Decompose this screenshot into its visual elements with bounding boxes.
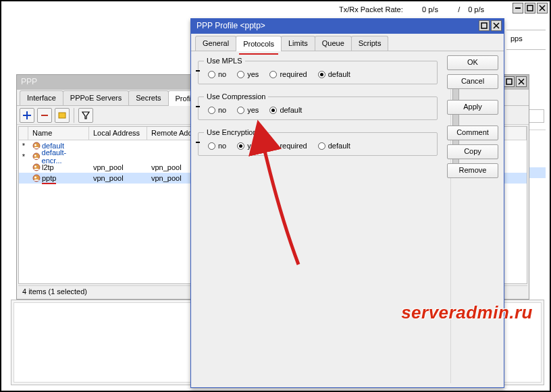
group-legend: Use Encryption: [204, 128, 260, 136]
radio-yes[interactable]: yes: [237, 106, 259, 114]
dialog-tab-queue[interactable]: Queue: [315, 36, 352, 51]
filter-button[interactable]: [78, 108, 93, 123]
svg-rect-4: [59, 113, 65, 118]
radio-default[interactable]: default: [269, 106, 302, 114]
ppp-tab-pppoe-servers[interactable]: PPPoE Servers: [63, 90, 129, 105]
svg-point-12: [34, 177, 36, 179]
bg-rate-tx: 0 p/s: [422, 5, 456, 13]
radio-dot-icon: [208, 142, 215, 150]
radio-label: required: [280, 70, 307, 78]
dialog-tabstrip: GeneralProtocolsLimitsQueueScripts: [191, 34, 504, 51]
radio-no[interactable]: no: [208, 106, 226, 114]
bg-rate-row: Tx/Rx Packet Rate: 0 p/s / 0 p/s: [339, 5, 540, 18]
radio-no[interactable]: no: [208, 70, 226, 78]
ppp-tab-secrets[interactable]: Secrets: [128, 90, 168, 105]
radio-required[interactable]: required: [269, 70, 307, 78]
group-use-mpls: Use MPLSnoyesrequireddefault: [198, 57, 438, 84]
radio-dot-icon: [237, 71, 244, 78]
profile-icon: [32, 174, 41, 182]
profile-dialog: PPP Profile <pptp> GeneralProtocolsLimit…: [190, 18, 504, 388]
col-local-address[interactable]: Local Address: [89, 127, 147, 140]
group-legend: Use MPLS: [204, 57, 245, 65]
radio-group: noyesdefault: [204, 106, 431, 114]
dialog-sidebar: OKCancelApplyCommentCopyRemove: [447, 55, 498, 178]
radio-dot-icon: [237, 142, 244, 150]
radio-label: yes: [247, 70, 259, 78]
group-use-compression: Use Compressionnoyesdefault: [198, 92, 438, 120]
maximize-icon[interactable]: [479, 20, 490, 31]
profile-icon: [32, 152, 41, 161]
row-local-address: vpn_pool: [89, 163, 147, 172]
radio-label: no: [218, 142, 226, 150]
bg-rate-label: Tx/Rx Packet Rate:: [339, 5, 420, 13]
radio-dot-icon: [318, 71, 325, 78]
close-icon[interactable]: [491, 20, 502, 31]
dialog-tab-general[interactable]: General: [195, 36, 236, 51]
ppp-title-text: PPP: [21, 77, 37, 86]
radio-label: yes: [247, 106, 259, 114]
copy-button[interactable]: Copy: [447, 144, 498, 159]
radio-dot-icon: [269, 71, 277, 78]
minus-icon[interactable]: [196, 106, 200, 107]
svg-point-8: [34, 155, 36, 157]
watermark: serveradmin.ru: [401, 302, 533, 323]
row-name-text: pptp: [42, 174, 56, 182]
svg-point-6: [34, 144, 36, 146]
dialog-tab-limits[interactable]: Limits: [281, 36, 315, 51]
dialog-window-buttons: [479, 20, 502, 31]
maximize-icon[interactable]: [504, 76, 515, 87]
radio-no[interactable]: no: [208, 142, 226, 150]
toolbar-separator: [74, 108, 74, 123]
comment-button[interactable]: Comment: [447, 125, 498, 140]
radio-dot-icon: [269, 142, 277, 150]
row-name-text: l2tp: [42, 163, 54, 171]
dialog-tab-scripts[interactable]: Scripts: [351, 36, 389, 51]
dialog-title-text: PPP Profile <pptp>: [196, 21, 265, 30]
radio-group: noyesrequireddefault: [204, 142, 431, 150]
radio-label: default: [328, 142, 350, 150]
radio-yes[interactable]: yes: [237, 142, 259, 150]
apply-button[interactable]: Apply: [447, 100, 498, 115]
row-local-address: [89, 156, 147, 157]
bg-window-buttons: [513, 3, 548, 13]
col-star[interactable]: [19, 127, 28, 140]
col-name[interactable]: Name: [28, 127, 89, 140]
minimize-icon[interactable]: [513, 3, 523, 13]
close-icon[interactable]: [537, 3, 548, 13]
ppp-tab-interface[interactable]: Interface: [20, 90, 63, 105]
cancel-button[interactable]: Cancel: [447, 74, 498, 89]
radio-default[interactable]: default: [318, 142, 350, 150]
radio-dot-icon: [208, 107, 215, 114]
radio-dot-icon: [208, 71, 215, 78]
radio-label: required: [280, 142, 307, 150]
dialog-form: Use MPLSnoyesrequireddefaultUse Compress…: [198, 57, 443, 382]
group-legend: Use Compression: [204, 92, 268, 101]
radio-required[interactable]: required: [269, 142, 307, 150]
row-star: *: [19, 142, 28, 150]
maximize-icon[interactable]: [525, 3, 535, 13]
radio-default[interactable]: default: [318, 70, 350, 78]
row-local-address: vpn_pool: [89, 173, 147, 183]
minus-icon[interactable]: [196, 142, 200, 143]
close-icon[interactable]: [516, 76, 527, 87]
radio-yes[interactable]: yes: [237, 70, 259, 78]
add-button[interactable]: [20, 108, 34, 123]
radio-dot-icon: [237, 107, 244, 114]
dialog-titlebar[interactable]: PPP Profile <pptp>: [191, 19, 504, 34]
notes-button[interactable]: [55, 108, 70, 123]
svg-rect-1: [527, 5, 533, 11]
profile-icon: [32, 163, 41, 171]
radio-label: no: [218, 106, 226, 114]
radio-dot-icon: [318, 142, 325, 150]
svg-point-10: [34, 166, 36, 168]
status-text: 4 items (1 selected): [22, 287, 87, 296]
dialog-tab-protocols[interactable]: Protocols: [236, 36, 282, 51]
remove-button[interactable]: [37, 108, 52, 123]
radio-label: default: [328, 70, 350, 78]
svg-rect-13: [481, 23, 487, 28]
remove-button[interactable]: Remove: [447, 163, 498, 178]
radio-dot-icon: [269, 107, 277, 114]
bg-rate-rx: 0 p/s: [468, 5, 495, 13]
ok-button[interactable]: OK: [447, 55, 498, 70]
minus-icon[interactable]: [196, 70, 200, 72]
